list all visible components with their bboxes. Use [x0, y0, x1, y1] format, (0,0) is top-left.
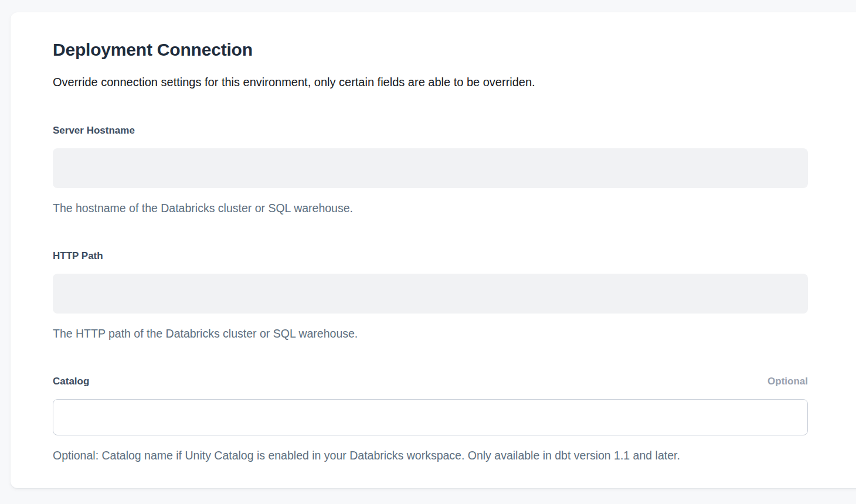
- card-content: Deployment Connection Override connectio…: [11, 12, 808, 462]
- server-hostname-help-text: The hostname of the Databricks cluster o…: [53, 201, 808, 215]
- server-hostname-field-group: Server Hostname The hostname of the Data…: [53, 125, 808, 215]
- deployment-connection-card: Deployment Connection Override connectio…: [11, 12, 856, 488]
- catalog-label: Catalog: [53, 376, 89, 387]
- catalog-input[interactable]: [53, 399, 808, 435]
- catalog-help-text: Optional: Catalog name if Unity Catalog …: [53, 448, 808, 462]
- optional-badge: Optional: [767, 376, 808, 387]
- catalog-field-group: Catalog Optional Optional: Catalog name …: [53, 376, 808, 462]
- server-hostname-label: Server Hostname: [53, 125, 135, 137]
- http-path-input: [53, 274, 808, 314]
- http-path-field-group: HTTP Path The HTTP path of the Databrick…: [53, 250, 808, 340]
- page-subtitle: Override connection settings for this en…: [53, 74, 808, 90]
- http-path-help-text: The HTTP path of the Databricks cluster …: [53, 326, 808, 340]
- page-title: Deployment Connection: [53, 39, 808, 60]
- catalog-label-row: Catalog Optional: [53, 376, 808, 389]
- http-path-label: HTTP Path: [53, 250, 103, 262]
- server-hostname-label-row: Server Hostname: [53, 125, 808, 138]
- http-path-label-row: HTTP Path: [53, 250, 808, 263]
- server-hostname-input: [53, 148, 808, 188]
